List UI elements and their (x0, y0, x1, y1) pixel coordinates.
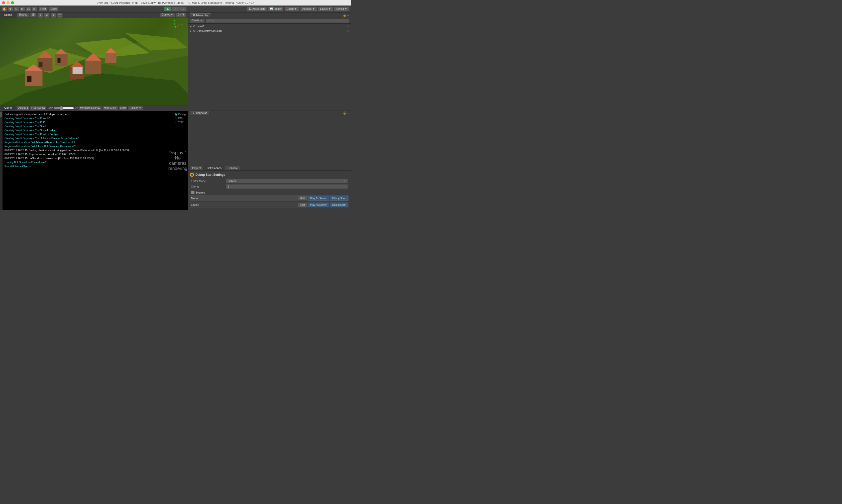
debug-settings-icon: ⚙ (190, 173, 194, 177)
layout-button[interactable]: Layout ▼ (334, 6, 349, 12)
scale-tool-button[interactable]: ⊞ (20, 6, 25, 12)
minimize-button[interactable] (6, 1, 10, 4)
radio-dot (175, 121, 177, 123)
display-title: Display 1 (168, 150, 187, 156)
inspector-panel: ℹ Inspector 🔒 ≡ (188, 110, 351, 165)
mute-audio-btn[interactable]: Mute Audio (103, 106, 118, 110)
create-button[interactable]: Create ▼ (189, 19, 205, 23)
scene-debug-start-btn[interactable]: Debug Start (330, 196, 348, 201)
panel-menu-icon[interactable]: ≡ (347, 14, 349, 17)
play-button[interactable]: ▶ (164, 6, 172, 12)
local-button[interactable]: Local (49, 6, 59, 12)
panel-lock-icon[interactable]: 🔒 (343, 14, 346, 17)
rect-tool-button[interactable]: ▭ (25, 6, 31, 12)
scene-edit-btn[interactable]: Edit (298, 202, 307, 207)
svg-rect-21 (73, 67, 83, 74)
bolt-scenes-tab[interactable]: Bolt Scenes (204, 166, 224, 170)
svg-rect-9 (55, 54, 68, 66)
step-button[interactable]: ⏭ (179, 6, 187, 12)
hier-scene-icon-dontdestroy: ⚙ (193, 29, 195, 33)
account-button[interactable]: Account ▼ (300, 6, 317, 12)
svg-line-24 (175, 25, 181, 27)
scene-lighting-btn[interactable]: ☀ (38, 13, 43, 18)
hierarchy-content: ▶ ⚙ Level2 ⊞ ▶ ⚙ DontDestroyOnLoad ⊞ (188, 23, 351, 110)
hand-tool-button[interactable]: ✋ (1, 6, 7, 12)
transform-tool-button[interactable]: ⊕ (32, 6, 37, 12)
scene-fx-btn[interactable]: ✦ (51, 13, 56, 18)
debug-header: ⚙ Debug Start Settings (190, 173, 349, 177)
log-line: Creating Global Behaviour: 'Bolt.Advance… (4, 137, 166, 141)
collab-button[interactable]: Collab ▼ (285, 6, 299, 12)
gizmos-button[interactable]: Gizmos ▼ (160, 13, 175, 18)
pivot-button[interactable]: Pivot (39, 6, 48, 12)
hier-pin-dontdestroy[interactable]: ⊞ (347, 30, 349, 32)
hier-item-label-dontdestroy: DontDestroyOnLoad (196, 29, 222, 32)
hier-item-label-level2: Level2 (196, 25, 205, 28)
inspector-lock[interactable]: 🔒 (343, 111, 346, 115)
scene-audio-btn[interactable]: 🔊 (44, 13, 50, 18)
log-line: Registered token class Bolt.AdvancedTuto… (4, 141, 166, 144)
scrollbar-thumb[interactable] (0, 112, 2, 117)
svg-rect-14 (27, 76, 32, 82)
scenes-header: Scenes (191, 191, 348, 194)
2d-toggle[interactable]: 2D (30, 13, 37, 18)
scene-edit-btn[interactable]: Edit (298, 196, 307, 201)
asset-store-icon: 🏪 (248, 7, 252, 10)
hier-item-level2[interactable]: ▶ ⚙ Level2 ⊞ (188, 24, 351, 29)
layers-button[interactable]: Layers ▼ (318, 6, 333, 12)
profiler-button[interactable]: 📊 Profiler (268, 6, 283, 12)
scene-debug-start-btn[interactable]: Debug Start (330, 202, 348, 207)
scale-label: Scale (47, 107, 53, 109)
scale-slider[interactable] (54, 107, 74, 109)
hierarchy-search[interactable] (206, 19, 349, 23)
clients-row: Clients 2 (190, 184, 349, 189)
scene-svg: X Y Z (0, 18, 188, 105)
editor-mode-value[interactable]: Server ▼ (226, 179, 348, 183)
bottom-panel: Project Bolt Scenes Console − ⚙ Debug St… (188, 165, 351, 210)
scene-toolbar: Scene Shaded 2D ☀ 🔊 ✦ 📷 Gizmos ▼ G+ All (0, 13, 188, 18)
inspector-menu[interactable]: ≡ (347, 112, 349, 115)
rotate-tool-button[interactable]: ↻ (14, 6, 19, 12)
scene-canvas: X Y Z (0, 18, 188, 105)
scene-play-as-server-btn[interactable]: Play As Server (308, 196, 329, 201)
maximize-button[interactable] (11, 1, 14, 4)
hier-item-dontdestroy[interactable]: ▶ ⚙ DontDestroyOnLoad ⊞ (188, 29, 351, 33)
scene-options: Shaded 2D ☀ 🔊 ✦ 📷 (17, 13, 63, 18)
all-button[interactable]: G+ All (176, 13, 186, 18)
project-tab[interactable]: Project (189, 166, 204, 170)
close-button[interactable] (2, 1, 5, 4)
log-line: Registered token class Bolt.Tokens.BoltD… (4, 144, 166, 148)
asset-store-button[interactable]: 🏪 Asset Store (247, 6, 267, 12)
gizmos-game-btn[interactable]: Gizmos ▼ (128, 106, 143, 110)
svg-rect-17 (85, 60, 102, 74)
scene-tab[interactable]: Scene (1, 13, 15, 18)
scene-camera-btn[interactable]: 📷 (57, 13, 63, 18)
scene-row-menu: Menu Edit Play As Server Debug Start (190, 195, 349, 201)
move-tool-button[interactable]: ✥ (7, 6, 13, 12)
bottom-panel-minimize[interactable]: − (345, 166, 349, 169)
scene-play-as-server-btn[interactable]: Play As Server (308, 202, 329, 207)
log-radio-info[interactable]: Info (175, 117, 186, 120)
aspect-dropdown[interactable]: Free Aspect (30, 106, 46, 110)
game-tab[interactable]: Game (1, 106, 15, 110)
debug-title: Debug Start Settings (195, 173, 225, 177)
log-radio-debug[interactable]: Debug (175, 113, 186, 116)
log-radio-warn[interactable]: Warn (175, 121, 186, 123)
display-dropdown[interactable]: Display 1 (17, 106, 29, 110)
game-log: Bolt starting with a simulation rate of … (2, 111, 168, 210)
shading-dropdown[interactable]: Shaded (17, 13, 29, 18)
console-tab[interactable]: Console (225, 166, 240, 170)
log-line: 07/23/2019 16:25:15: LAN endpoint resolv… (4, 157, 166, 161)
scrollbar-indicator[interactable] (0, 111, 2, 210)
hierarchy-toolbar: Create ▼ (188, 18, 351, 23)
window-title: Unity 2017.4.26f1 Personal (64bit) - Lev… (0, 1, 351, 4)
pause-button[interactable]: ⏸ (172, 6, 179, 12)
clients-value[interactable]: 2 (226, 184, 348, 189)
inspector-tab[interactable]: ℹ Inspector (190, 111, 209, 115)
log-line: 07/23/2019 16:25:15: Binding physical so… (4, 148, 166, 152)
maximize-on-play-btn[interactable]: Maximize On Play (79, 106, 102, 110)
hierarchy-panel: ☰ Hierarchy 🔒 ≡ Create ▼ ▶ ⚙ Level2 ⊞ ▶ (188, 13, 351, 110)
hierarchy-tab[interactable]: ☰ Hierarchy (190, 13, 211, 18)
hier-pin-level2[interactable]: ⊞ (347, 25, 349, 28)
stats-btn[interactable]: Stats (119, 106, 127, 110)
